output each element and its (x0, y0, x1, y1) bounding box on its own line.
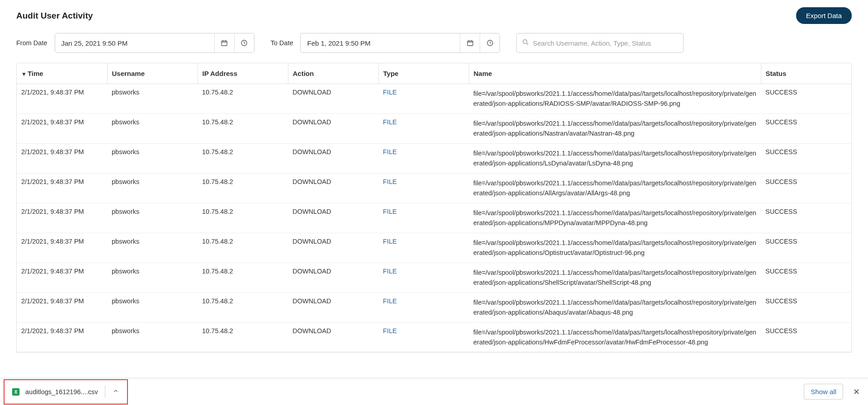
cell-username: pbsworks (107, 113, 198, 143)
cell-ip: 10.75.48.2 (198, 233, 288, 263)
table-row: 2/1/2021, 9:48:37 PMpbsworks10.75.48.2DO… (17, 203, 851, 233)
cell-ip: 10.75.48.2 (198, 113, 288, 143)
cell-status: SUCCESS (761, 113, 851, 143)
col-header-status[interactable]: Status (761, 63, 851, 84)
cell-ip: 10.75.48.2 (198, 322, 288, 352)
audit-table: ▼Time Username IP Address Action Type Na… (17, 63, 851, 352)
cell-status: SUCCESS (761, 322, 851, 352)
cell-time: 2/1/2021, 9:48:37 PM (17, 143, 107, 173)
cell-action: DOWNLOAD (288, 322, 378, 352)
table-row: 2/1/2021, 9:48:37 PMpbsworks10.75.48.2DO… (17, 263, 851, 292)
downloaded-file-item[interactable]: X auditlogs_1612196....csv (4, 379, 128, 405)
cell-name: file=/var/spool/pbsworks/2021.1.1/access… (469, 203, 761, 233)
cell-ip: 10.75.48.2 (198, 84, 288, 114)
cell-name: file=/var/spool/pbsworks/2021.1.1/access… (469, 173, 761, 203)
cell-username: pbsworks (107, 292, 198, 322)
cell-type: FILE (378, 263, 469, 292)
cell-status: SUCCESS (761, 233, 851, 263)
cell-time: 2/1/2021, 9:48:37 PM (17, 233, 107, 263)
cell-time: 2/1/2021, 9:48:37 PM (17, 322, 107, 352)
cell-time: 2/1/2021, 9:48:37 PM (17, 292, 107, 322)
show-all-button[interactable]: Show all (804, 384, 843, 400)
svg-rect-2 (467, 41, 473, 46)
cell-name: file=/var/spool/pbsworks/2021.1.1/access… (469, 233, 761, 263)
cell-name: file=/var/spool/pbsworks/2021.1.1/access… (469, 143, 761, 173)
type-link[interactable]: FILE (383, 297, 397, 305)
cell-name: file=/var/spool/pbsworks/2021.1.1/access… (469, 292, 761, 322)
cell-ip: 10.75.48.2 (198, 143, 288, 173)
cell-type: FILE (378, 322, 469, 352)
cell-action: DOWNLOAD (288, 263, 378, 292)
cell-name: file=/var/spool/pbsworks/2021.1.1/access… (469, 113, 761, 143)
cell-status: SUCCESS (761, 173, 851, 203)
col-header-name[interactable]: Name (469, 63, 761, 84)
cell-name: file=/var/spool/pbsworks/2021.1.1/access… (469, 263, 761, 292)
table-row: 2/1/2021, 9:48:37 PMpbsworks10.75.48.2DO… (17, 173, 851, 203)
table-row: 2/1/2021, 9:48:37 PMpbsworks10.75.48.2DO… (17, 113, 851, 143)
download-filename: auditlogs_1612196....csv (25, 388, 98, 396)
clock-icon[interactable] (480, 33, 500, 52)
cell-status: SUCCESS (761, 292, 851, 322)
type-link[interactable]: FILE (383, 89, 397, 96)
cell-type: FILE (378, 292, 469, 322)
cell-status: SUCCESS (761, 143, 851, 173)
svg-point-4 (523, 40, 527, 44)
cell-type: FILE (378, 233, 469, 263)
cell-username: pbsworks (107, 173, 198, 203)
from-date-input[interactable] (55, 33, 214, 52)
cell-action: DOWNLOAD (288, 203, 378, 233)
type-link[interactable]: FILE (383, 148, 397, 155)
cell-type: FILE (378, 143, 469, 173)
search-input[interactable] (533, 39, 678, 47)
type-link[interactable]: FILE (383, 268, 397, 275)
to-date-label: To Date (271, 39, 293, 47)
from-date-label: From Date (16, 39, 47, 47)
calendar-icon[interactable] (214, 33, 234, 52)
cell-ip: 10.75.48.2 (198, 173, 288, 203)
cell-status: SUCCESS (761, 263, 851, 292)
type-link[interactable]: FILE (383, 118, 397, 126)
type-link[interactable]: FILE (383, 178, 397, 185)
table-row: 2/1/2021, 9:48:37 PMpbsworks10.75.48.2DO… (17, 143, 851, 173)
svg-text:X: X (14, 389, 18, 394)
cell-action: DOWNLOAD (288, 233, 378, 263)
col-header-username[interactable]: Username (107, 63, 198, 84)
chevron-up-icon[interactable] (111, 386, 121, 397)
cell-ip: 10.75.48.2 (198, 263, 288, 292)
search-icon (522, 39, 529, 47)
calendar-icon[interactable] (460, 33, 480, 52)
cell-time: 2/1/2021, 9:48:37 PM (17, 173, 107, 203)
svg-rect-0 (222, 41, 227, 46)
to-date-input[interactable] (301, 33, 460, 52)
type-link[interactable]: FILE (383, 208, 397, 215)
cell-username: pbsworks (107, 233, 198, 263)
close-icon[interactable]: ✕ (851, 385, 862, 399)
col-header-ip[interactable]: IP Address (198, 63, 288, 84)
export-data-button[interactable]: Export Data (796, 7, 852, 24)
cell-action: DOWNLOAD (288, 84, 378, 114)
clock-icon[interactable] (234, 33, 254, 52)
sort-desc-icon: ▼ (21, 71, 27, 77)
cell-time: 2/1/2021, 9:48:37 PM (17, 113, 107, 143)
cell-action: DOWNLOAD (288, 173, 378, 203)
col-header-type[interactable]: Type (378, 63, 469, 84)
cell-type: FILE (378, 203, 469, 233)
type-link[interactable]: FILE (383, 238, 397, 245)
cell-time: 2/1/2021, 9:48:37 PM (17, 84, 107, 114)
col-header-time[interactable]: ▼Time (17, 63, 107, 84)
cell-username: pbsworks (107, 322, 198, 352)
cell-action: DOWNLOAD (288, 113, 378, 143)
cell-name: file=/var/spool/pbsworks/2021.1.1/access… (469, 84, 761, 114)
type-link[interactable]: FILE (383, 327, 397, 334)
table-row: 2/1/2021, 9:48:37 PMpbsworks10.75.48.2DO… (17, 292, 851, 322)
cell-ip: 10.75.48.2 (198, 292, 288, 322)
table-row: 2/1/2021, 9:48:37 PMpbsworks10.75.48.2DO… (17, 84, 851, 114)
cell-username: pbsworks (107, 84, 198, 114)
excel-file-icon: X (11, 387, 21, 397)
cell-type: FILE (378, 173, 469, 203)
col-header-action[interactable]: Action (288, 63, 378, 84)
cell-time: 2/1/2021, 9:48:37 PM (17, 203, 107, 233)
cell-ip: 10.75.48.2 (198, 203, 288, 233)
page-title: Audit User Activity (16, 11, 93, 21)
cell-time: 2/1/2021, 9:48:37 PM (17, 263, 107, 292)
